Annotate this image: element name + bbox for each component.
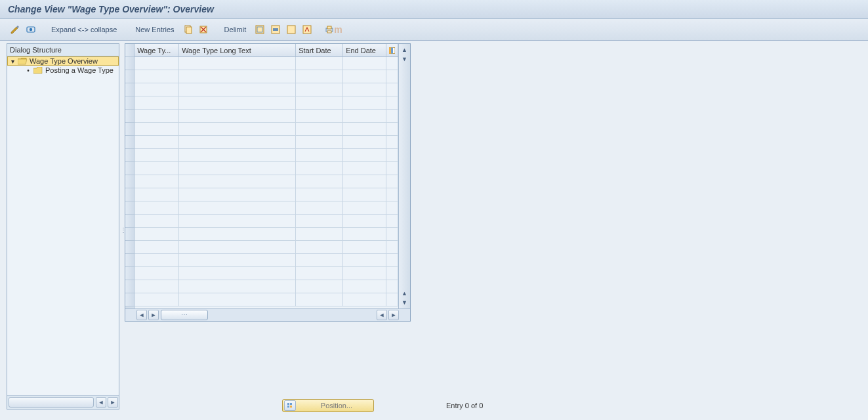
- svg-rect-12: [327, 26, 331, 29]
- position-icon: [284, 400, 296, 411]
- table-row[interactable]: [134, 188, 398, 201]
- copy-as-icon[interactable]: [182, 24, 194, 35]
- row-selector[interactable]: [125, 293, 134, 306]
- row-selector[interactable]: [125, 162, 134, 175]
- row-selector[interactable]: [125, 215, 134, 228]
- table-row[interactable]: [134, 83, 398, 96]
- row-selector[interactable]: [125, 110, 134, 123]
- row-header-strip: [125, 44, 134, 308]
- table-body[interactable]: [134, 57, 398, 308]
- toggle-display-change-icon[interactable]: [9, 24, 21, 35]
- scroll-down-icon[interactable]: ▼: [401, 299, 409, 306]
- title-bar: Change View "Wage Type Overview": Overvi…: [0, 0, 868, 19]
- print-icon[interactable]: [323, 24, 335, 35]
- page-title: Change View "Wage Type Overview": Overvi…: [8, 4, 214, 14]
- row-selector[interactable]: [125, 57, 134, 70]
- row-selector[interactable]: [125, 149, 134, 162]
- bullet-icon: •: [26, 67, 31, 74]
- row-selector[interactable]: [125, 267, 134, 280]
- scroll-left-icon[interactable]: ◄: [136, 310, 147, 320]
- row-selector[interactable]: [125, 83, 134, 96]
- svg-rect-13: [327, 31, 331, 33]
- row-selector[interactable]: [125, 254, 134, 267]
- position-button[interactable]: Position...: [282, 399, 374, 412]
- caret-down-icon[interactable]: ▾: [10, 58, 15, 65]
- scroll-right-icon[interactable]: ►: [148, 310, 159, 320]
- dialog-structure-tree[interactable]: ▾ Wage Type Overview • Posting a Wage Ty…: [7, 56, 119, 395]
- row-selector[interactable]: [125, 70, 134, 83]
- table-row[interactable]: [134, 162, 398, 175]
- svg-rect-3: [186, 27, 192, 33]
- table-row[interactable]: [134, 228, 398, 241]
- table-header-row: Wage Ty... Wage Type Long Text Start Dat…: [134, 44, 398, 57]
- table-row[interactable]: [134, 293, 398, 306]
- table-row[interactable]: [134, 215, 398, 228]
- table-row[interactable]: [134, 267, 398, 280]
- table-row[interactable]: [134, 254, 398, 267]
- scroll-thumb[interactable]: [161, 310, 208, 320]
- scroll-left-icon[interactable]: ◄: [377, 310, 387, 320]
- configure-columns-icon[interactable]: [386, 44, 398, 56]
- row-selector[interactable]: [125, 280, 134, 293]
- table-row[interactable]: [134, 96, 398, 110]
- row-selector[interactable]: [125, 201, 134, 215]
- table-row[interactable]: [134, 70, 398, 83]
- position-label: Position...: [300, 402, 373, 410]
- dialog-structure-header: Dialog Structure: [7, 44, 119, 56]
- tree-item-label: Posting a Wage Type: [45, 66, 114, 74]
- configuration-icon[interactable]: [301, 24, 313, 35]
- overview-table-panel: Wage Ty... Wage Type Long Text Start Dat…: [125, 43, 411, 322]
- splitter-handle[interactable]: [119, 43, 125, 410]
- dialog-structure-panel: Dialog Structure ▾ Wage Type Overview • …: [7, 43, 119, 410]
- expand-collapse-button[interactable]: Expand <-> collapse: [47, 26, 121, 33]
- entry-counter: Entry 0 of 0: [446, 402, 483, 410]
- tree-item-posting-wage-type[interactable]: • Posting a Wage Type: [7, 66, 119, 75]
- table-v-scrollbar[interactable]: ▲ ▼ ▲ ▼: [398, 44, 410, 308]
- scroll-up-icon[interactable]: ▲: [401, 289, 409, 297]
- scroll-left-icon[interactable]: ◄: [96, 397, 106, 408]
- other-view-icon[interactable]: [25, 24, 37, 35]
- col-wage-type[interactable]: Wage Ty...: [134, 44, 179, 56]
- delete-icon[interactable]: [198, 24, 210, 35]
- tree-item-wage-type-overview[interactable]: ▾ Wage Type Overview: [7, 56, 119, 66]
- row-selector[interactable]: [125, 175, 134, 188]
- delimit-button[interactable]: Delimit: [220, 26, 251, 33]
- row-selector[interactable]: [125, 241, 134, 254]
- row-selector[interactable]: [125, 188, 134, 201]
- svg-rect-8: [273, 28, 278, 31]
- row-selector[interactable]: [125, 123, 134, 136]
- table-row[interactable]: [134, 123, 398, 136]
- table-row[interactable]: [134, 280, 398, 293]
- scroll-down-icon[interactable]: ▼: [401, 55, 409, 63]
- row-selector[interactable]: [125, 96, 134, 110]
- toolbar: Expand <-> collapse New Entries Delimit …: [0, 19, 868, 41]
- watermark-text: m: [334, 24, 342, 35]
- svg-rect-9: [287, 26, 295, 33]
- folder-closed-icon: [33, 67, 43, 74]
- table-row[interactable]: [134, 110, 398, 123]
- table-row[interactable]: [134, 149, 398, 162]
- tree-h-scrollbar[interactable]: ◄ ►: [7, 395, 119, 409]
- svg-rect-16: [391, 47, 393, 53]
- svg-rect-20: [290, 406, 292, 408]
- deselect-all-icon[interactable]: [285, 24, 297, 35]
- scroll-right-icon[interactable]: ►: [388, 310, 399, 320]
- row-selector[interactable]: [125, 136, 134, 149]
- folder-open-icon: [18, 58, 27, 65]
- table-row[interactable]: [134, 175, 398, 188]
- col-wage-type-long-text[interactable]: Wage Type Long Text: [179, 44, 296, 56]
- col-start-date[interactable]: Start Date: [296, 44, 343, 56]
- col-end-date[interactable]: End Date: [343, 44, 386, 56]
- table-row[interactable]: [134, 57, 398, 70]
- new-entries-button[interactable]: New Entries: [131, 26, 178, 33]
- table-h-scrollbar[interactable]: ◄ ► ◄ ►: [125, 309, 410, 321]
- table-row[interactable]: [134, 241, 398, 254]
- svg-rect-18: [290, 403, 292, 405]
- svg-point-1: [30, 28, 32, 31]
- table-row[interactable]: [134, 136, 398, 149]
- select-block-icon[interactable]: [270, 24, 281, 35]
- table-row[interactable]: [134, 201, 398, 215]
- scroll-right-icon[interactable]: ►: [108, 397, 118, 408]
- select-all-icon[interactable]: [254, 24, 266, 35]
- scroll-up-icon[interactable]: ▲: [401, 46, 409, 54]
